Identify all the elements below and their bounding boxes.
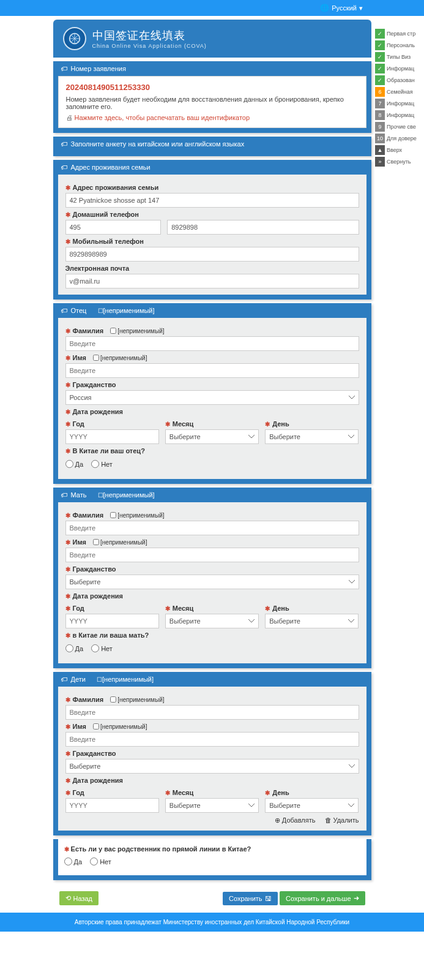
panel-title: Адрес проживания семьи [71,164,151,171]
relative-no[interactable] [90,858,98,865]
relative-question-panel: ✱ Есть ли у вас родственник по прямой ли… [53,839,371,880]
name-na-checkbox[interactable] [93,539,99,545]
mobile-input[interactable] [65,247,359,262]
side-nav-item[interactable]: ✓Персональ [375,40,424,51]
language-selector[interactable]: Русский ▾ [320,4,363,12]
father-inchina-yes[interactable] [65,460,73,468]
mother-citizenship-select[interactable]: Выберите [65,575,359,589]
page-title-cn: 中国签证在线填表 [92,28,207,43]
name-na-checkbox[interactable] [93,723,99,729]
side-badge: ▲ [375,145,385,155]
application-note: Номер заявления будет необходим для восс… [66,96,359,110]
back-button[interactable]: ⟲ Назад [59,891,99,905]
side-navigation: ✓Первая стр✓Персональ✓Типы Виз✓Информац✓… [375,28,424,168]
side-badge: 8 [375,110,385,120]
side-nav-item[interactable]: 8Информац [375,110,424,121]
side-nav-item[interactable]: ✓Типы Виз [375,51,424,62]
side-label: Свернуть [387,159,411,165]
father-surname-input[interactable] [65,336,359,351]
mother-inchina-no[interactable] [91,644,99,652]
phone-code-input[interactable] [65,220,162,235]
side-nav-item[interactable]: 6Семейная [375,86,424,97]
tag-icon: 🏷 [61,676,67,683]
name-na-checkbox[interactable] [93,355,99,361]
father-month-select[interactable]: Выберите [165,429,259,444]
email-input[interactable] [65,274,359,288]
child-month-select[interactable]: Выберите [165,798,259,813]
side-nav-item[interactable]: ▲Вверх [375,145,424,156]
mother-day-select[interactable]: Выберите [265,614,359,628]
address-input[interactable] [65,193,359,208]
mother-inchina-label: в Китае ли ваша мать? [73,631,149,639]
child-name-input[interactable] [65,732,359,747]
surname-na-checkbox[interactable] [110,512,116,518]
father-name-input[interactable] [65,363,359,378]
child-surname-input[interactable] [65,705,359,720]
application-number-panel: 🏷Номер заявления 2024081490511253330 Ном… [53,61,371,133]
tag-icon: 🏷 [61,164,67,171]
child-citizenship-select[interactable]: Выберите [65,759,359,774]
side-nav-item[interactable]: ✓Информац [375,63,424,74]
father-day-select[interactable]: Выберите [265,429,359,444]
side-badge: ✓ [375,75,385,85]
tag-icon: 🏷 [61,140,67,148]
child-year-input[interactable] [65,798,159,813]
page-title-en: China Online Visa Application (COVA) [92,43,207,49]
mother-inchina-yes[interactable] [65,644,73,652]
language-note-panel: 🏷Заполните анкету на китайском или англи… [53,137,371,156]
panel-title: Отец [71,307,87,314]
father-year-input[interactable] [65,429,159,444]
side-nav-item[interactable]: 9Прочие све [375,121,424,132]
mother-name-input[interactable] [65,548,359,562]
mother-year-input[interactable] [65,614,159,628]
side-badge: » [375,157,385,167]
delete-child-button[interactable]: Удалить [325,816,359,824]
footer-copyright: Авторские права принадлежат Министерству… [0,913,424,932]
chevron-down-icon: ▾ [359,4,363,12]
family-address-panel: 🏷Адрес проживания семьи ✱Адрес проживани… [53,160,371,300]
name-label: Имя [73,354,86,361]
required-icon: ✱ [65,211,70,218]
father-panel: 🏷Отец ☐[неприменимый] ✱Фамилия [непримен… [53,303,371,484]
email-label: Электронная почта [65,265,130,272]
add-child-button[interactable]: Добавлять [275,816,316,824]
side-badge: 9 [375,122,385,132]
na-label[interactable]: [неприменимый] [103,307,155,314]
father-inchina-no[interactable] [91,460,99,468]
side-nav-item[interactable]: ✓Образован [375,75,424,86]
side-nav-item[interactable]: »Свернуть [375,156,424,167]
relative-yes[interactable] [64,858,72,865]
child-day-select[interactable]: Выберите [265,798,359,813]
side-label: Первая стр [387,31,415,37]
father-citizenship-select[interactable]: Россия [65,390,359,405]
side-label: Для довере [387,135,417,141]
required-icon: ✱ [65,238,70,245]
side-nav-item[interactable]: 7Информац [375,98,424,109]
father-inchina-label: В Китае ли ваш отец? [73,447,145,454]
relative-question-label: Есть ли у вас родственник по прямой лини… [71,845,251,853]
side-nav-item[interactable]: ✓Первая стр [375,28,424,39]
surname-na-checkbox[interactable] [110,328,116,334]
mother-surname-input[interactable] [65,521,359,535]
home-phone-label: Домашний телефон [73,211,139,218]
na-label[interactable]: [неприменимый] [102,676,154,683]
side-nav-item[interactable]: 10Для довере [375,133,424,144]
mother-panel: 🏷Мать ☐[неприменимый] ✱Фамилия [непримен… [53,488,371,668]
side-badge: ✓ [375,40,385,50]
surname-na-checkbox[interactable] [110,696,116,703]
side-badge: 6 [375,87,385,97]
children-panel: 🏷Дети ☐[неприменимый] ✱Фамилия [непримен… [53,672,371,835]
side-badge: ✓ [375,64,385,74]
language-label: Русский [332,4,357,12]
dob-label: Дата рождения [73,408,124,415]
panel-title: Мать [71,491,87,499]
na-label[interactable]: [неприменимый] [103,491,155,499]
print-id-link[interactable]: Нажмите здесь, чтобы распечатать ваш иде… [66,114,359,121]
save-button[interactable]: Сохранить 🖫 [223,892,278,905]
tag-icon: 🏷 [61,65,67,72]
side-badge: 7 [375,99,385,108]
phone-num-input[interactable] [167,220,359,235]
citizenship-label: Гражданство [73,381,116,388]
save-next-button[interactable]: Сохранить и дальше ➜ [280,891,365,905]
mother-month-select[interactable]: Выберите [165,614,259,628]
